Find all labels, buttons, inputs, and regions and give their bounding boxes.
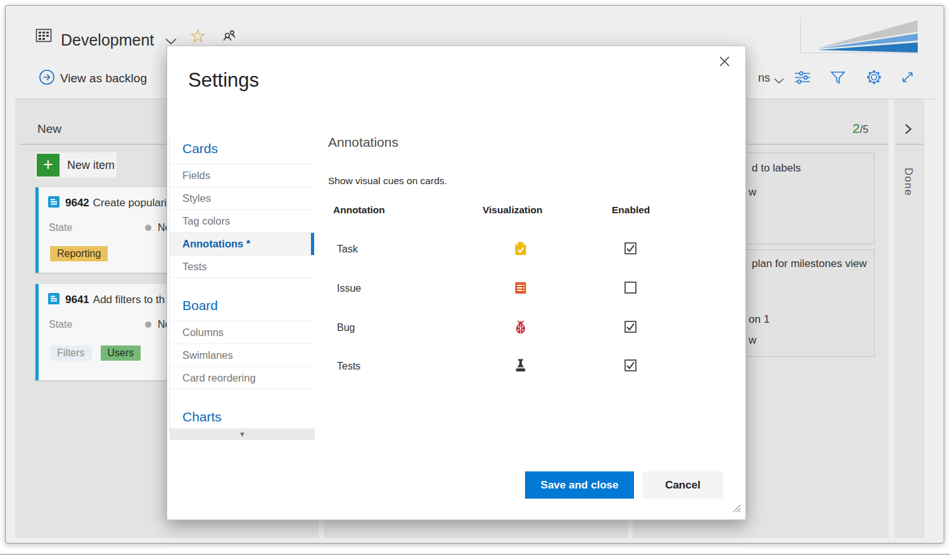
sidebar-item-fields[interactable]: Fields	[170, 164, 314, 187]
pane-heading: Annotations	[328, 135, 398, 150]
items-chevron-icon[interactable]	[774, 75, 784, 87]
issue-icon	[513, 280, 528, 296]
row-label-bug: Bug	[337, 322, 355, 333]
row-label-task: Task	[337, 244, 358, 255]
pane-description: Show visual cues on cards.	[328, 175, 447, 187]
view-as-backlog-icon	[39, 69, 55, 88]
card-text-line: d to labels	[752, 162, 801, 175]
team-icon[interactable]	[221, 27, 238, 46]
new-item-label: New item	[67, 159, 115, 172]
sidebar-item-tests[interactable]: Tests	[170, 255, 314, 278]
expand-column-chevron-icon[interactable]	[904, 123, 913, 137]
card-text-line: w	[749, 186, 756, 199]
background-card[interactable]: plan for milestones view on 1 w	[743, 249, 875, 357]
work-item-id: 9641	[65, 294, 89, 306]
card-text-line: on 1	[749, 313, 770, 326]
sidebar-item-styles[interactable]: Styles	[170, 187, 314, 209]
checkbox-task-enabled[interactable]	[624, 242, 636, 254]
dialog-title: Settings	[188, 69, 259, 92]
selected-indicator	[311, 233, 314, 255]
sidebar-item-tag-colors[interactable]: Tag colors	[170, 209, 314, 232]
tag-badge: Reporting	[50, 246, 108, 261]
sidebar-section-charts: Charts	[170, 402, 314, 432]
checkbox-issue-enabled[interactable]	[624, 282, 636, 294]
sidebar-section-cards: Cards	[170, 134, 314, 164]
card-text-line: w	[749, 334, 756, 347]
work-item-type-icon	[48, 293, 60, 307]
state-dot	[145, 225, 151, 231]
state-field-label: State	[49, 222, 72, 233]
gear-icon[interactable]	[866, 69, 882, 88]
column-underline	[896, 144, 923, 145]
work-item-title[interactable]: Create populari	[93, 197, 167, 209]
sidebar-item-card-reordering[interactable]: Card reordering	[170, 366, 314, 389]
card-text-line: plan for milestones view	[752, 258, 866, 270]
col-header-annotation: Annotation	[333, 204, 385, 216]
work-item-title[interactable]: Add filters to th	[93, 294, 165, 306]
work-item-id: 9642	[65, 197, 89, 209]
column-count: 2/5	[852, 121, 868, 136]
checkbox-tests-enabled[interactable]	[624, 359, 636, 371]
col-header-visualization: Visualization	[483, 204, 542, 216]
sidebar-section-board: Board	[170, 290, 314, 321]
board-title: Development	[61, 31, 154, 49]
close-icon[interactable]	[716, 53, 733, 70]
column-header-new: New	[37, 122, 61, 136]
sidebar-item-annotations-selected[interactable]: Annotations *	[170, 232, 314, 255]
screenshot-root: Development ☆ View as backlog ns	[0, 0, 950, 560]
sidebar-item-swimlanes[interactable]: Swimlanes	[170, 344, 314, 366]
resize-grip-icon[interactable]	[732, 503, 742, 516]
view-as-backlog-link[interactable]: View as backlog	[60, 72, 147, 85]
board-grid-icon	[35, 27, 52, 46]
background-card[interactable]: d to labels w	[743, 152, 875, 244]
task-clipboard-icon	[513, 241, 528, 256]
state-dot	[145, 321, 151, 328]
checkbox-bug-enabled[interactable]	[624, 321, 636, 333]
tag-badge: Filters	[50, 345, 92, 361]
tag-badge: Users	[101, 345, 141, 361]
settings-dialog: Settings Cards Fields Styles Tag colors …	[167, 46, 746, 520]
bug-icon	[513, 320, 528, 335]
cumulative-flow-chart[interactable]	[800, 18, 918, 56]
work-item-type-icon	[48, 196, 60, 210]
add-icon: +	[37, 154, 60, 177]
settings-sidebar: Cards Fields Styles Tag colors Annotatio…	[169, 134, 314, 432]
new-item-button[interactable]: + New item	[35, 152, 117, 178]
sidebar-item-columns[interactable]: Columns	[170, 321, 314, 344]
state-field-label: State	[49, 319, 72, 330]
filter-icon[interactable]	[830, 69, 846, 88]
row-label-tests: Tests	[337, 361, 360, 372]
column-header-done[interactable]: Done	[902, 168, 915, 196]
column-done-collapsed: Done	[894, 99, 925, 538]
tests-flask-icon	[513, 358, 528, 373]
row-label-issue: Issue	[337, 283, 361, 294]
save-and-close-button[interactable]: Save and close	[525, 471, 634, 499]
favorite-star-icon[interactable]: ☆	[189, 25, 206, 47]
cancel-button[interactable]: Cancel	[642, 471, 723, 499]
fullscreen-icon[interactable]	[900, 70, 915, 87]
view-options-icon[interactable]	[794, 69, 811, 88]
page-bottom-divider	[0, 554, 950, 555]
col-header-enabled: Enabled	[612, 204, 650, 216]
scroll-down-icon[interactable]: ▼	[170, 428, 315, 440]
